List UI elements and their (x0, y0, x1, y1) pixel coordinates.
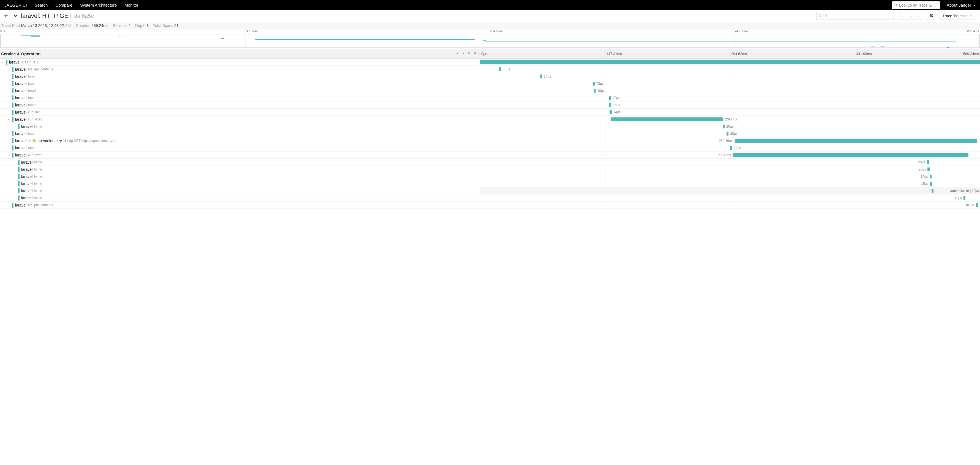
span-duration: 20µs (919, 167, 926, 171)
nav-search[interactable]: Search (35, 3, 48, 8)
span-bar[interactable] (735, 139, 977, 143)
span-duration: 72µs (597, 82, 603, 86)
expand-toggle[interactable] (7, 118, 10, 121)
span-bar[interactable] (611, 117, 723, 121)
span-row[interactable]: laravelfopen72µs (0, 80, 980, 87)
find-box[interactable] (816, 12, 893, 20)
expand-toggle[interactable] (7, 154, 10, 157)
trace-id-search[interactable] (892, 2, 940, 9)
operation-name: fopen (28, 82, 36, 86)
span-bar[interactable] (609, 96, 611, 100)
minimap-bar (947, 47, 950, 48)
nav-compare[interactable]: Compare (55, 3, 72, 8)
span-bar[interactable] (540, 75, 542, 78)
span-row[interactable]: laravelcurl_exec277.39ms (0, 152, 980, 159)
span-duration: 284.19ms (719, 139, 733, 143)
target-icon (896, 14, 899, 17)
span-bar[interactable] (964, 196, 966, 200)
expand-all-button[interactable] (473, 51, 477, 56)
back-button[interactable] (4, 13, 9, 19)
keyboard-shortcuts-button[interactable]: ⌘ (926, 12, 936, 20)
span-row[interactable]: laravelcurl_exec129.9ms (0, 116, 980, 123)
span-row[interactable]: laravelfopen13µs (0, 144, 980, 152)
minimap-bar (487, 43, 950, 43)
service-color-indicator (12, 67, 13, 72)
span-bar[interactable] (930, 175, 932, 178)
collapse-header[interactable] (13, 13, 19, 19)
span-row[interactable]: laravelfile_get_contents75µs (0, 66, 980, 73)
span-duration: 277.39ms (716, 153, 731, 157)
span-row[interactable]: laravelfwrite18µs (0, 194, 980, 202)
service-name: laravel (15, 81, 26, 86)
service-name: laravel (15, 146, 26, 150)
search-icon (894, 3, 897, 7)
span-bar[interactable] (727, 132, 729, 136)
span-bar[interactable] (593, 82, 595, 86)
span-row[interactable]: laravelfopen20µs (0, 130, 980, 137)
logo[interactable]: JAEGER UI (5, 3, 27, 8)
span-row[interactable]: laravelfwrite15µs (0, 180, 980, 187)
expand-one-button[interactable] (461, 51, 465, 56)
span-bar[interactable] (593, 89, 595, 93)
summary-trace-start: Trace Start March 13 2023, 12:43:22.213 (1, 23, 72, 28)
minimap[interactable]: 0µs147.31ms294.62ms441.93ms589.24ms (0, 29, 980, 48)
span-bar[interactable] (480, 60, 980, 64)
service-name: laravel (21, 196, 32, 200)
span-row[interactable]: laravelcurl_init14µs (0, 109, 980, 116)
span-bar[interactable] (976, 203, 978, 207)
span-bar[interactable] (927, 160, 929, 164)
nav-system-architecture[interactable]: System Architecture (80, 3, 117, 8)
span-row[interactable]: laravelfwritelaravel::fwrite | 40µs (0, 187, 980, 194)
view-selector[interactable]: Trace Timeline (939, 12, 976, 20)
find-clear[interactable] (915, 13, 922, 19)
span-bar[interactable] (928, 167, 929, 171)
find-input[interactable] (819, 14, 890, 18)
operation-name: fopen (28, 96, 36, 100)
span-row[interactable]: laravelfwrite25µs (0, 159, 980, 166)
span-bar[interactable] (930, 182, 932, 186)
chevron-down-icon (970, 14, 972, 17)
span-bar[interactable] (609, 103, 611, 107)
span-row[interactable]: laravelfwrite14µs (0, 173, 980, 180)
collapse-all-button[interactable] (467, 51, 471, 56)
span-bar[interactable] (730, 146, 732, 150)
service-color-indicator (12, 88, 13, 93)
service-name: laravel (21, 175, 32, 179)
expand-toggle[interactable] (1, 61, 5, 63)
minimap-bar (871, 46, 874, 46)
find-prev[interactable] (900, 13, 908, 19)
find-locate[interactable] (893, 13, 900, 19)
trace-id: daf6a5e (74, 13, 94, 19)
span-bar[interactable] (499, 67, 501, 71)
span-row[interactable]: laravelfopen15µs (0, 102, 980, 109)
span-bar[interactable] (932, 189, 934, 193)
minimap-bar (30, 36, 40, 37)
find-next[interactable] (908, 13, 915, 19)
operation-name: fwrite (34, 167, 42, 171)
minimap-tick: 294.62ms (490, 29, 503, 33)
span-duration: 25µs (918, 160, 925, 164)
span-row[interactable]: laravelfread18µs (0, 87, 980, 94)
span-row[interactable]: laravelfwrite20µs (0, 123, 980, 130)
trace-id-input[interactable] (899, 3, 938, 8)
column-resize-handle[interactable]: || (478, 50, 479, 57)
span-row[interactable]: laravel➔opentelemetry.iohttp GET https:/… (0, 137, 980, 144)
operation-name: fwrite (34, 160, 42, 164)
span-row[interactable]: laravelHTTP GET (0, 59, 980, 66)
span-duration: 14µs (544, 75, 551, 78)
span-bar[interactable] (733, 153, 969, 157)
minimap-tick: 589.24ms (966, 29, 979, 33)
collapse-one-button[interactable] (456, 51, 459, 56)
about-menu[interactable]: About Jaeger (947, 3, 975, 8)
span-row[interactable]: laravelfwrite20µs (0, 166, 980, 173)
span-row[interactable]: laravelfopen17µs (0, 94, 980, 102)
span-duration: 14µs (921, 175, 928, 178)
span-bar[interactable] (723, 125, 725, 129)
span-row[interactable]: laravelfopen14µs (0, 73, 980, 80)
linked-service-name: opentelemetry.io (37, 139, 65, 143)
span-row[interactable]: laravelfile_put_contents301µs (0, 202, 980, 209)
linked-service-indicator (32, 139, 36, 143)
span-bar[interactable] (609, 110, 611, 114)
nav-monitor[interactable]: Monitor (125, 3, 138, 8)
span-duration: 301µs (966, 203, 975, 207)
